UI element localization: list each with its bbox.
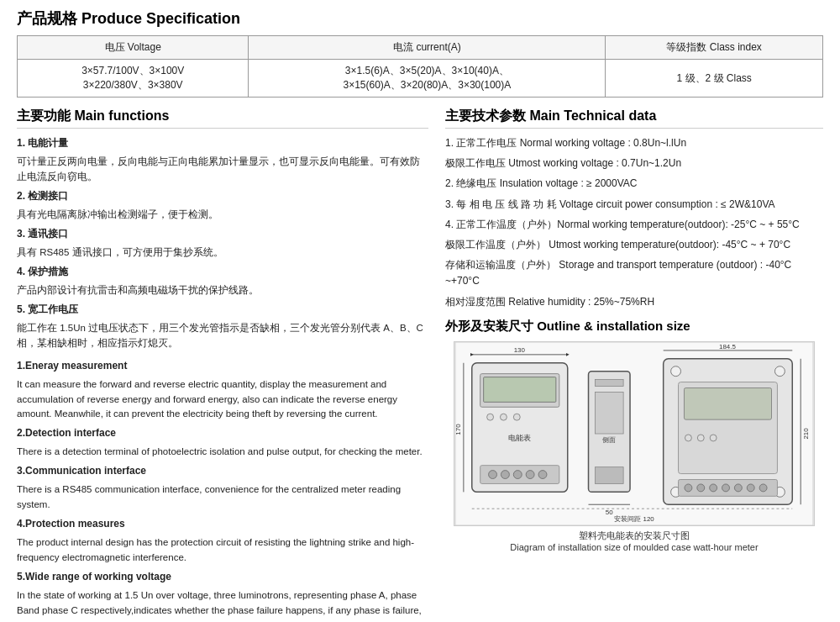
meter-diagram-svg: 电能表 130 170 侧面 50 <box>454 341 815 526</box>
svg-text:电能表: 电能表 <box>508 434 531 442</box>
fn-cn-2-text: 具有光电隔离脉冲输出检测端子，便于检测。 <box>17 208 428 223</box>
fn-cn-4-text: 产品内部设计有抗雷击和高频电磁场干扰的保护线路。 <box>17 283 428 298</box>
tech-item-7: 相对湿度范围 Relative humidity : 25%~75%RH <box>445 294 823 310</box>
outline-title: 外形及安装尺寸 Outline & installation size <box>445 319 823 335</box>
svg-text:130: 130 <box>514 346 526 354</box>
tech-item-5: 极限工作温度（户外） Utmost working temperature(ou… <box>445 237 823 253</box>
svg-text:侧面: 侧面 <box>602 436 616 444</box>
diagram-caption: 塑料壳电能表的安装尺寸图 Diagram of installation siz… <box>510 530 758 552</box>
fn-en-4-text: The product internal design has the prot… <box>17 535 428 566</box>
cell-current: 3×1.5(6)A、3×5(20)A、3×10(40)A、 3×15(60)A、… <box>249 60 606 98</box>
fn-cn-5-title: 5. 宽工作电压 <box>17 302 428 318</box>
fn-en-4-title: 4.Protection measures <box>17 516 428 532</box>
tech-item-4: 4. 正常工作温度（户外）Normal working temperature(… <box>445 217 823 233</box>
svg-point-9 <box>501 470 509 478</box>
svg-text:170: 170 <box>454 424 462 435</box>
svg-point-5 <box>500 414 507 420</box>
fn-cn-3-title: 3. 通讯接口 <box>17 226 428 242</box>
svg-rect-21 <box>595 466 623 483</box>
fn-en-1-text: It can measure the forward and reverse e… <box>17 377 428 422</box>
col-header-voltage: 电压 Voltage <box>18 36 249 60</box>
fn-en-2-text: There is a detection terminal of photoel… <box>17 445 428 460</box>
svg-point-40 <box>685 435 691 441</box>
svg-text:184.5: 184.5 <box>719 343 736 351</box>
fn-cn-1-text: 可计量正反两向电量，反向电能与正向电能累加计量显示，也可显示反向电能量。可有效防… <box>17 155 428 185</box>
svg-text:210: 210 <box>802 427 810 439</box>
svg-point-4 <box>487 414 494 420</box>
fn-en-2-title: 2.Detection interface <box>17 425 428 441</box>
svg-point-41 <box>697 435 704 441</box>
svg-point-11 <box>526 470 534 478</box>
technical-content: 1. 正常工作电压 Normal working voltage : 0.8Un… <box>445 135 823 310</box>
svg-point-34 <box>697 484 705 492</box>
cell-voltage: 3×57.7/100V、3×100V 3×220/380V、3×380V <box>18 60 249 98</box>
two-column-layout: 主要功能 Main functions 1. 电能计量 可计量正反两向电量，反向… <box>17 108 823 622</box>
fn-cn-2-title: 2. 检测接口 <box>17 188 428 204</box>
tech-item-0: 1. 正常工作电压 Normal working voltage : 0.8Un… <box>445 135 823 151</box>
svg-point-38 <box>747 484 754 492</box>
technical-title: 主要技术参数 Main Technical data <box>445 108 823 129</box>
svg-point-39 <box>759 484 767 492</box>
tech-item-1: 极限工作电压 Utmost working voltage : 0.7Un~1.… <box>445 156 823 171</box>
svg-text:安装间距 120: 安装间距 120 <box>614 515 654 523</box>
diagram-container: 电能表 130 170 侧面 50 <box>445 341 823 552</box>
fn-en-3-text: There is a RS485 communication interface… <box>17 482 428 513</box>
col-header-class: 等级指数 Class index <box>606 36 823 60</box>
page-title: 产品规格 Produce Specification <box>17 8 823 29</box>
svg-point-36 <box>722 484 730 492</box>
svg-point-12 <box>538 470 547 478</box>
svg-point-35 <box>710 484 717 492</box>
fn-cn-3-text: 具有 RS485 通讯接口，可方便用于集抄系统。 <box>17 245 428 261</box>
svg-rect-19 <box>595 379 623 386</box>
svg-point-6 <box>513 414 520 420</box>
svg-point-8 <box>489 470 497 478</box>
fn-en-1-title: 1.Eneray measurement <box>17 358 428 374</box>
fn-en-5-text: In the state of working at 1.5 Un over v… <box>17 588 428 622</box>
main-functions-section: 主要功能 Main functions 1. 电能计量 可计量正反两向电量，反向… <box>17 108 428 622</box>
tech-item-2: 2. 绝缘电压 Insulation voltage : ≥ 2000VAC <box>445 176 823 192</box>
svg-point-37 <box>734 484 742 492</box>
svg-point-26 <box>671 366 681 376</box>
functions-title: 主要功能 Main functions <box>17 108 428 129</box>
svg-point-10 <box>513 470 522 478</box>
svg-rect-20 <box>595 392 623 434</box>
svg-point-42 <box>710 435 717 441</box>
tech-item-3: 3. 每 相 电 压 线 路 功 耗 Voltage circuit power… <box>445 197 823 213</box>
fn-cn-5-text: 能工作在 1.5Un 过电压状态下，用三个发光管指示是否缺相，三个发光管分别代表… <box>17 321 428 351</box>
fn-en-5-title: 5.Wide range of working voltage <box>17 569 428 585</box>
svg-text:50: 50 <box>606 509 613 516</box>
svg-rect-3 <box>484 377 556 402</box>
fn-en-3-title: 3.Communication interface <box>17 463 428 479</box>
tech-item-6: 存储和运输温度（户外） Storage and transport temper… <box>445 257 823 289</box>
fn-cn-1-title: 1. 电能计量 <box>17 135 428 151</box>
svg-point-33 <box>685 484 692 492</box>
cell-class: 1 级、2 级 Class <box>606 60 823 98</box>
spec-table: 电压 Voltage 电流 current(A) 等级指数 Class inde… <box>17 35 823 98</box>
outline-section: 外形及安装尺寸 Outline & installation size <box>445 319 823 552</box>
technical-data-section: 主要技术参数 Main Technical data 1. 正常工作电压 Nor… <box>445 108 823 310</box>
svg-rect-31 <box>684 387 771 419</box>
svg-point-27 <box>774 366 785 376</box>
table-row: 3×57.7/100V、3×100V 3×220/380V、3×380V 3×1… <box>18 60 823 98</box>
fn-cn-4-title: 4. 保护措施 <box>17 264 428 280</box>
functions-content: 1. 电能计量 可计量正反两向电量，反向电能与正向电能累加计量显示，也可显示反向… <box>17 135 428 622</box>
col-header-current: 电流 current(A) <box>249 36 606 60</box>
right-section: 主要技术参数 Main Technical data 1. 正常工作电压 Nor… <box>445 108 823 622</box>
